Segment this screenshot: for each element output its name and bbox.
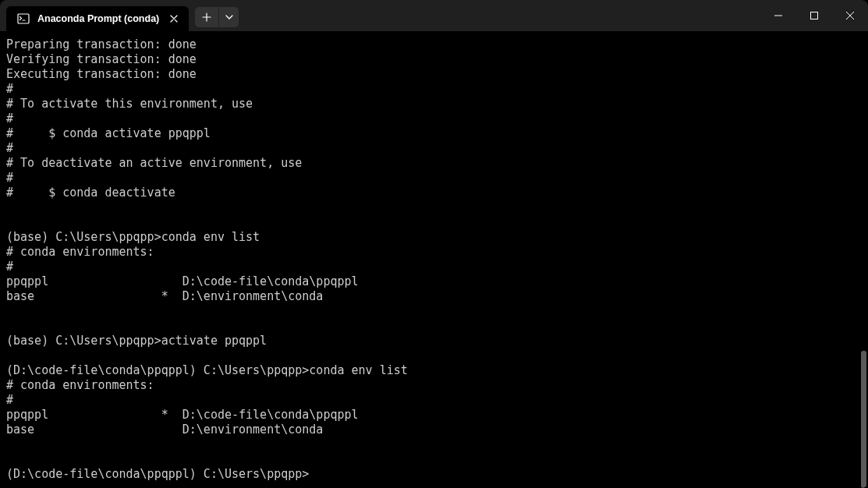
close-window-button[interactable] xyxy=(832,0,868,31)
maximize-button[interactable] xyxy=(796,0,832,31)
tab-active[interactable]: Anaconda Prompt (conda) xyxy=(6,6,189,31)
tab-close-button[interactable] xyxy=(167,12,181,26)
new-tab-button[interactable] xyxy=(195,7,218,27)
window-controls xyxy=(760,0,868,31)
tab-title: Anaconda Prompt (conda) xyxy=(37,13,159,24)
svg-rect-0 xyxy=(18,14,29,23)
terminal-output: Preparing transaction: done Verifying tr… xyxy=(6,37,868,482)
terminal-icon xyxy=(17,12,30,25)
tab-actions xyxy=(195,7,239,27)
titlebar-left: Anaconda Prompt (conda) xyxy=(0,0,239,31)
minimize-button[interactable] xyxy=(760,0,796,31)
terminal-area[interactable]: Preparing transaction: done Verifying tr… xyxy=(0,31,868,488)
titlebar: Anaconda Prompt (conda) xyxy=(0,0,868,31)
svg-rect-3 xyxy=(811,12,818,19)
scrollbar[interactable] xyxy=(861,31,866,488)
scrollbar-thumb[interactable] xyxy=(861,351,866,488)
tab-dropdown-button[interactable] xyxy=(218,7,239,27)
